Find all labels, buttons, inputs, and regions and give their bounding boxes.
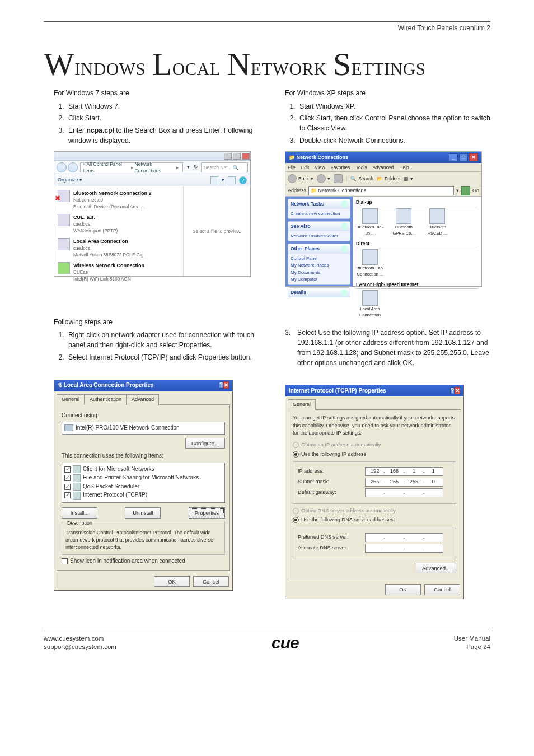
help-icon[interactable]: ? [450,387,455,394]
list-item[interactable]: Internet Protocol (TCP/IP) [83,491,147,500]
close-icon[interactable] [242,153,250,160]
dns-use-label: Use the following DNS server addresses: [301,516,395,524]
organize-menu[interactable]: Organize ▾ [58,176,82,184]
radio-obtain-auto[interactable] [293,442,299,448]
checkbox[interactable]: ✓ [64,475,71,481]
alt-dns-input[interactable]: ... [365,544,443,553]
xp-step-1: Start Windows XP. [297,102,490,112]
show-icon-checkbox[interactable] [62,558,68,564]
sidebar-item-computer[interactable]: My Computer [291,276,348,283]
ip-input[interactable]: 192. 168. 1. 1 [365,467,443,476]
connection-icon[interactable]: Bluetooth HSCSD ... [423,208,451,237]
search-input[interactable]: Search Net... 🔍 [201,162,248,172]
xp-menubar[interactable]: File Edit View Favorites Tools Advanced … [285,163,481,172]
cancel-button[interactable]: Cancel [193,576,229,587]
address-input[interactable]: 📁 Network Connections [308,186,454,195]
radio-use-following[interactable] [293,451,299,458]
uninstall-button[interactable]: Uninstall [125,507,161,519]
list-item[interactable]: File and Printer Sharing for Microsoft N… [83,474,199,482]
preview-pane-icon[interactable] [228,176,236,184]
chevron-up-icon[interactable] [341,223,348,230]
panel-title: Network Tasks [291,200,324,207]
ok-button[interactable]: OK [154,576,190,587]
chevron-up-icon[interactable] [341,200,348,207]
sidebar-item-network-places[interactable]: My Network Places [291,262,348,269]
go-icon[interactable] [461,186,470,195]
ip-octet[interactable]: 168 [387,468,402,475]
ip-octet[interactable]: 1 [426,468,441,475]
back-icon[interactable] [57,162,67,172]
chevron-up-icon[interactable] [341,245,348,252]
folders-icon[interactable]: 📂 [377,175,383,182]
network-adapter-item[interactable]: Bluetooth Network Connection 2 Not conne… [58,190,180,211]
tab-general[interactable]: General [288,399,316,410]
menu-file[interactable]: File [288,164,296,171]
connection-icon[interactable]: Local Area Connection [356,290,384,319]
ip-octet[interactable]: 255 [387,478,402,486]
checkbox[interactable]: ✓ [64,484,71,490]
tab-advanced[interactable]: Advanced [127,394,159,405]
forward-icon[interactable] [68,162,78,172]
minimize-icon[interactable]: _ [449,153,458,161]
pref-dns-input[interactable]: ... [365,533,443,542]
ok-button[interactable]: OK [385,584,421,595]
search-icon[interactable]: 🔍 [350,175,357,182]
install-button[interactable]: Install... [62,507,97,519]
views-icon[interactable]: ▦ [404,175,409,182]
close-icon[interactable]: ✕ [455,387,460,394]
up-icon[interactable] [334,174,343,183]
xp-explorer-screenshot: 📁 Network Connections _ □ ✕ File Edit Vi… [285,151,482,287]
view-icon[interactable] [210,176,218,184]
connection-icon[interactable]: Bluetooth LAN Connection ... [356,249,384,278]
network-adapter-item[interactable]: Wireless Network Connection CUEas Intel(… [58,262,180,283]
ip-octet[interactable]: 255 [406,478,421,486]
network-adapter-item[interactable]: Local Area Connection cue.local Marvell … [58,238,180,259]
radio-dns-use[interactable] [293,517,299,523]
components-listbox[interactable]: ✓Client for Microsoft Networks ✓File and… [62,463,225,503]
minimize-icon[interactable] [224,153,232,160]
ip-octet[interactable]: 0 [426,478,441,486]
chevron-down-icon[interactable] [341,289,348,296]
menu-tools[interactable]: Tools [356,164,367,171]
tab-general[interactable]: General [57,394,85,405]
network-adapter-item[interactable]: CUE, a.s. cue.local WAN Miniport (PPTP) [58,214,180,235]
tab-authentication[interactable]: Authentication [85,394,127,405]
menu-favorites[interactable]: Favorites [331,164,350,171]
menu-view[interactable]: View [315,164,325,171]
ip-octet[interactable]: 192 [368,468,382,475]
connection-icon[interactable]: Bluetooth Dial-up ... [356,208,384,237]
help-icon[interactable]: ? [219,381,223,389]
menu-help[interactable]: Help [399,164,409,171]
maximize-icon[interactable] [233,153,241,160]
client-icon [73,465,81,473]
network-icon [362,249,378,265]
following-step-1: Right-click on network adapter used for … [66,330,259,350]
sidebar-item-create-connection[interactable]: Create a new connection [291,211,348,217]
gateway-input[interactable]: . . . [365,488,443,497]
sidebar-item-control-panel[interactable]: Control Panel [291,255,348,262]
close-icon[interactable]: ✕ [469,153,478,161]
checkbox[interactable]: ✓ [64,466,71,473]
advanced-button[interactable]: Advanced... [416,563,456,574]
cancel-button[interactable]: Cancel [424,584,460,595]
list-item[interactable]: QoS Packet Scheduler [83,483,139,491]
connection-icon[interactable]: Bluetooth GPRS Co... [390,208,418,237]
help-icon[interactable]: ? [239,176,247,184]
ip-octet[interactable]: 255 [368,478,382,486]
ip-octet[interactable]: 1 [406,468,421,475]
configure-button[interactable]: Configure... [185,438,225,449]
checkbox[interactable]: ✓ [64,492,71,498]
forward-icon[interactable] [317,174,326,183]
list-item[interactable]: Client for Microsoft Networks [83,465,154,474]
maximize-icon[interactable]: □ [459,153,468,161]
breadcrumb[interactable]: « All Control Panel Items ▸ Network Conn… [80,162,183,172]
sidebar-item-documents[interactable]: My Documents [291,269,348,276]
sidebar-item-troubleshooter[interactable]: Network Troubleshooter [291,233,348,240]
properties-button[interactable]: Properties [189,507,225,519]
subnet-input[interactable]: 255. 255. 255. 0 [365,478,443,487]
back-icon[interactable] [288,174,297,183]
modem-icon [429,208,445,224]
menu-advanced[interactable]: Advanced [372,164,394,171]
close-icon[interactable]: ✕ [223,381,229,389]
menu-edit[interactable]: Edit [301,164,310,171]
